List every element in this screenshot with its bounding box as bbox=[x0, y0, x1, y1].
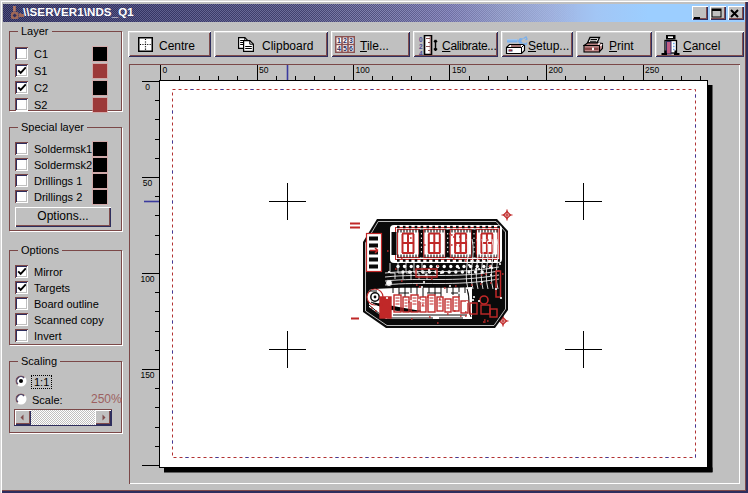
svg-text:200: 200 bbox=[549, 65, 563, 75]
svg-text:50: 50 bbox=[143, 178, 153, 188]
svg-text:0: 0 bbox=[163, 65, 168, 75]
svg-text:0: 0 bbox=[419, 36, 423, 43]
svg-text:150: 150 bbox=[452, 65, 466, 75]
svg-text:2: 2 bbox=[343, 37, 347, 44]
svg-text:1: 1 bbox=[337, 37, 341, 44]
svg-text:3: 3 bbox=[349, 37, 353, 44]
svg-text:4: 4 bbox=[337, 45, 341, 52]
svg-text:6: 6 bbox=[349, 45, 353, 52]
svg-text:0: 0 bbox=[145, 82, 150, 92]
svg-text:4: 4 bbox=[419, 50, 423, 55]
svg-text:5: 5 bbox=[343, 45, 347, 52]
svg-text:150: 150 bbox=[140, 370, 154, 380]
svg-text:250: 250 bbox=[645, 65, 659, 75]
svg-text:100: 100 bbox=[140, 274, 154, 284]
svg-text:2: 2 bbox=[419, 43, 423, 50]
svg-text:50: 50 bbox=[259, 65, 269, 75]
svg-text:100: 100 bbox=[356, 65, 370, 75]
